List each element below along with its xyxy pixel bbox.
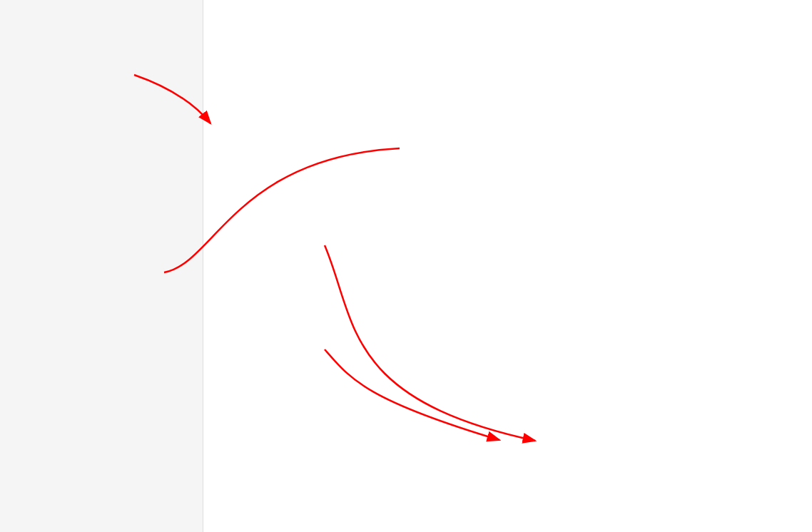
file-tree [0, 0, 203, 532]
code-editor [203, 0, 812, 532]
